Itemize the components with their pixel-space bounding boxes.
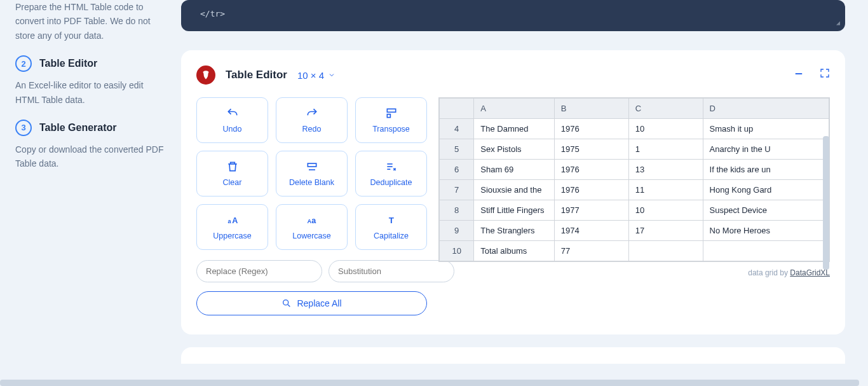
search-icon [281,298,292,308]
cell[interactable] [703,241,829,261]
redo-button[interactable]: Redo [276,97,348,143]
cell[interactable]: Stiff Little Fingers [474,200,555,221]
minimize-icon[interactable] [793,68,804,82]
cell[interactable]: 1976 [554,119,628,139]
cell[interactable]: No More Heroes [703,221,829,241]
table-row[interactable]: 6Sham 69197613If the kids are un [440,160,829,180]
chevron-down-icon [328,71,336,79]
grid-credit: data grid by DataGridXL [438,268,830,277]
cell[interactable]: 10 [628,200,703,221]
cell[interactable]: 13 [628,160,703,180]
table-row[interactable]: 9The Stranglers197417No More Heroes [440,221,829,241]
col-header-b[interactable]: B [554,99,628,119]
capitalize-button[interactable]: TCapitalize [355,204,427,250]
editor-title: Table Editor [226,69,287,81]
cell[interactable]: Suspect Device [703,200,829,221]
clear-button[interactable]: Clear [196,151,268,196]
row-number[interactable]: 6 [440,160,474,180]
row-number[interactable]: 5 [440,139,474,160]
transpose-button[interactable]: Transpose [355,97,427,143]
table-row[interactable]: 7Siouxsie and the197611Hong Kong Gard [440,180,829,200]
step2-number: 2 [15,55,32,72]
step2-desc: An Excel-like editor to easily edit HTML… [15,78,168,107]
replace-regex-input[interactable] [196,260,322,282]
cell[interactable]: Anarchy in the U [703,139,829,160]
cell[interactable]: 77 [554,241,628,261]
cell[interactable] [628,241,703,261]
cell[interactable]: 1 [628,139,703,160]
horizontal-scrollbar[interactable] [0,380,859,386]
undo-icon [226,107,239,120]
code-snippet: </tr> [200,9,225,18]
step3-number: 3 [15,120,32,136]
svg-text:T: T [388,216,393,225]
cell[interactable]: 1977 [554,200,628,221]
deduplicate-icon [385,160,398,173]
cell[interactable]: 10 [628,119,703,139]
clear-icon [226,160,239,173]
cell[interactable]: The Stranglers [474,221,555,241]
row-number[interactable]: 4 [440,119,474,139]
svg-point-15 [283,300,288,305]
cell[interactable]: If the kids are un [703,160,829,180]
cell[interactable]: 17 [628,221,703,241]
svg-text:a: a [311,216,316,225]
delete-blank-button[interactable]: Delete Blank [276,151,348,196]
redo-icon [306,107,318,120]
data-grid[interactable]: A B C D 4The Damned197610Smash it up5Sex… [438,97,830,262]
capitalize-icon: T [385,214,398,226]
svg-text:A: A [232,216,238,225]
step1-desc: Prepare the HTML Table code to convert i… [15,0,168,43]
step3-desc: Copy or download the converted PDF Table… [15,142,168,171]
fullscreen-icon[interactable] [820,68,830,82]
lowercase-button[interactable]: AaLowercase [276,204,348,250]
code-preview[interactable]: </tr> ◢ [181,0,845,31]
uppercase-button[interactable]: aAUppercase [196,204,268,250]
cell[interactable]: 1976 [554,180,628,200]
next-card-stub [181,347,845,364]
cell[interactable]: 11 [628,180,703,200]
cell[interactable]: Sham 69 [474,160,555,180]
cell[interactable]: 1974 [554,221,628,241]
deduplicate-button[interactable]: Deduplicate [355,151,427,196]
table-row[interactable]: 10Total albums77 [440,241,829,261]
row-number[interactable]: 9 [440,221,474,241]
cell[interactable]: Sex Pistols [474,139,555,160]
undo-button[interactable]: Undo [196,97,268,143]
step3-title: Table Generator [39,122,117,134]
table-row[interactable]: 8Stiff Little Fingers197710Suspect Devic… [440,200,829,221]
replace-all-button[interactable]: Replace All [196,291,427,315]
table-row[interactable]: 5Sex Pistols19751Anarchy in the U [440,139,829,160]
row-number[interactable]: 10 [440,241,474,261]
transpose-icon [385,107,398,120]
resize-handle-icon[interactable]: ◢ [836,19,840,26]
cell[interactable]: Siouxsie and the [474,180,555,200]
delete-blank-icon [306,160,318,173]
pdf-badge-icon [196,65,215,85]
corner-cell[interactable] [440,99,474,119]
svg-rect-2 [387,114,390,118]
step2-title: Table Editor [39,58,97,69]
uppercase-icon: aA [226,214,239,226]
cell[interactable]: 1975 [554,139,628,160]
cell[interactable]: 1976 [554,160,628,180]
lowercase-icon: Aa [306,214,318,226]
vertical-scrollbar[interactable] [823,136,829,270]
svg-line-16 [288,305,290,307]
svg-rect-1 [387,109,395,112]
row-number[interactable]: 8 [440,200,474,221]
col-header-d[interactable]: D [703,99,829,119]
col-header-c[interactable]: C [628,99,703,119]
row-number[interactable]: 7 [440,180,474,200]
table-row[interactable]: 4The Damned197610Smash it up [440,119,829,139]
cell[interactable]: Total albums [474,241,555,261]
dimensions-dropdown[interactable]: 10 × 4 [297,70,336,81]
cell[interactable]: The Damned [474,119,555,139]
substitution-input[interactable] [329,260,454,282]
step3-header: 3 Table Generator [15,120,168,136]
col-header-a[interactable]: A [474,99,555,119]
svg-text:a: a [227,218,231,224]
cell[interactable]: Hong Kong Gard [703,180,829,200]
cell[interactable]: Smash it up [703,119,829,139]
datagridxl-link[interactable]: DataGridXL [790,268,830,277]
